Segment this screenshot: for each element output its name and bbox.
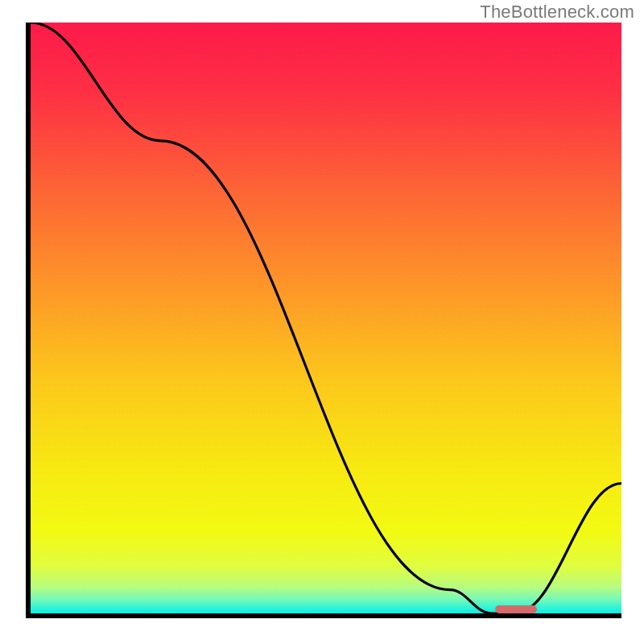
bottleneck-curve — [31, 23, 621, 613]
chart-container: TheBottleneck.com — [0, 0, 644, 644]
watermark-label: TheBottleneck.com — [480, 2, 634, 23]
optimal-range-marker — [495, 605, 537, 613]
plot-area — [26, 23, 621, 618]
